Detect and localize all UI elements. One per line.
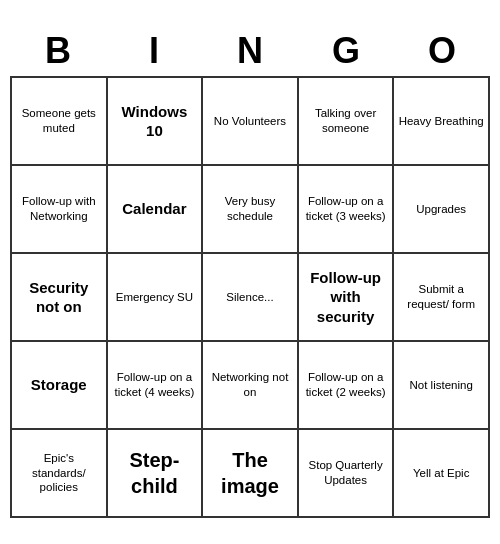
table-row[interactable]: Yell at Epic [394, 430, 490, 518]
table-row[interactable]: Follow-up with Networking [12, 166, 108, 254]
table-row[interactable]: No Volunteers [203, 78, 299, 166]
table-row[interactable]: Step-child [108, 430, 204, 518]
cell-text: Follow-up on a ticket (2 weeks) [303, 370, 389, 400]
table-row[interactable]: Windows 10 [108, 78, 204, 166]
table-row[interactable]: Talking over someone [299, 78, 395, 166]
cell-text: Upgrades [416, 202, 466, 217]
header-row: B I N G O [10, 26, 490, 76]
cell-text: Windows 10 [112, 102, 198, 141]
cell-text: Follow-up with Networking [16, 194, 102, 224]
table-row[interactable]: Epic's standards/ policies [12, 430, 108, 518]
table-row[interactable]: Very busy schedule [203, 166, 299, 254]
table-row[interactable]: Networking not on [203, 342, 299, 430]
table-row[interactable]: Submit a request/ form [394, 254, 490, 342]
table-row[interactable]: Calendar [108, 166, 204, 254]
cell-text: Very busy schedule [207, 194, 293, 224]
cell-text: Heavy Breathing [399, 114, 484, 129]
table-row[interactable]: Security not on [12, 254, 108, 342]
cell-text: Follow-up on a ticket (4 weeks) [112, 370, 198, 400]
cell-text: Emergency SU [116, 290, 193, 305]
header-i: I [106, 26, 202, 76]
table-row[interactable]: Not listening [394, 342, 490, 430]
table-row[interactable]: Follow-up on a ticket (2 weeks) [299, 342, 395, 430]
bingo-grid: Someone gets mutedWindows 10No Volunteer… [10, 76, 490, 518]
cell-text: Yell at Epic [413, 466, 469, 481]
header-g: G [298, 26, 394, 76]
table-row[interactable]: Someone gets muted [12, 78, 108, 166]
cell-text: Silence... [226, 290, 273, 305]
cell-text: Follow-up with security [303, 268, 389, 327]
cell-text: Not listening [410, 378, 473, 393]
table-row[interactable]: Stop Quarterly Updates [299, 430, 395, 518]
table-row[interactable]: Heavy Breathing [394, 78, 490, 166]
cell-text: The image [207, 447, 293, 499]
cell-text: Submit a request/ form [398, 282, 484, 312]
table-row[interactable]: Follow-up on a ticket (4 weeks) [108, 342, 204, 430]
cell-text: Epic's standards/ policies [16, 451, 102, 496]
cell-text: Calendar [122, 199, 186, 219]
cell-text: Stop Quarterly Updates [303, 458, 389, 488]
bingo-card: B I N G O Someone gets mutedWindows 10No… [10, 26, 490, 518]
cell-text: Security not on [16, 278, 102, 317]
table-row[interactable]: Emergency SU [108, 254, 204, 342]
cell-text: No Volunteers [214, 114, 286, 129]
header-o: O [394, 26, 490, 76]
header-n: N [202, 26, 298, 76]
table-row[interactable]: The image [203, 430, 299, 518]
cell-text: Someone gets muted [16, 106, 102, 136]
cell-text: Talking over someone [303, 106, 389, 136]
table-row[interactable]: Follow-up on a ticket (3 weeks) [299, 166, 395, 254]
table-row[interactable]: Upgrades [394, 166, 490, 254]
cell-text: Step-child [112, 447, 198, 499]
header-b: B [10, 26, 106, 76]
table-row[interactable]: Follow-up with security [299, 254, 395, 342]
cell-text: Networking not on [207, 370, 293, 400]
cell-text: Follow-up on a ticket (3 weeks) [303, 194, 389, 224]
cell-text: Storage [31, 375, 87, 395]
table-row[interactable]: Storage [12, 342, 108, 430]
table-row[interactable]: Silence... [203, 254, 299, 342]
